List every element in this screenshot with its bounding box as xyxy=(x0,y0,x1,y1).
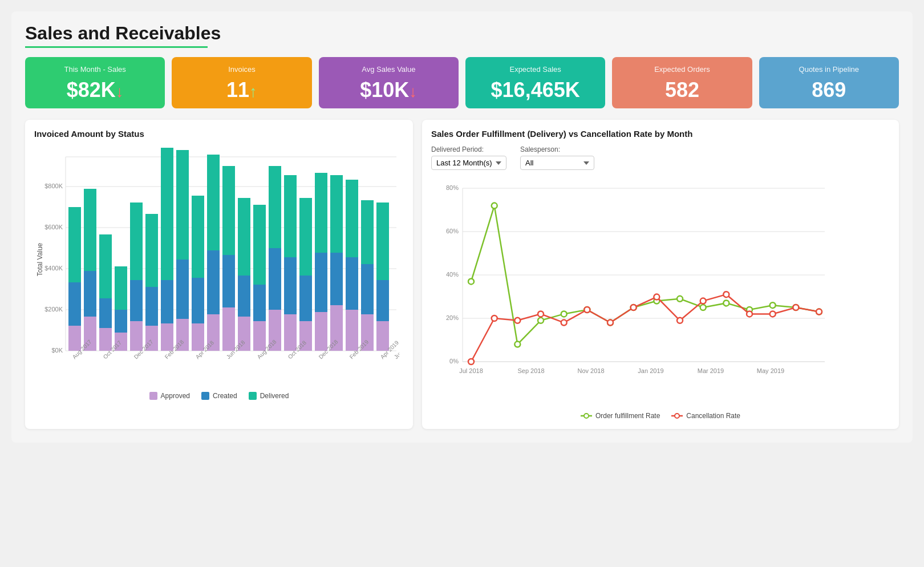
svg-rect-32 xyxy=(161,280,173,323)
svg-rect-39 xyxy=(192,196,204,278)
svg-point-130 xyxy=(654,294,659,300)
svg-point-128 xyxy=(607,320,613,326)
svg-text:$800K: $800K xyxy=(44,183,63,189)
svg-rect-68 xyxy=(346,257,358,310)
kpi-this-month-sales[interactable]: This Month - Sales $82K↓ xyxy=(25,57,165,108)
svg-rect-73 xyxy=(376,321,389,351)
svg-rect-47 xyxy=(238,276,250,317)
svg-point-132 xyxy=(700,298,706,304)
legend-approved-color xyxy=(149,392,157,400)
svg-rect-14 xyxy=(68,282,81,326)
svg-rect-17 xyxy=(84,271,96,317)
salesperson-control: Salesperson: All John Smith Jane Doe xyxy=(520,145,594,170)
svg-rect-49 xyxy=(253,321,266,351)
svg-rect-25 xyxy=(130,321,143,351)
svg-point-126 xyxy=(561,320,567,326)
svg-rect-72 xyxy=(361,200,374,264)
svg-rect-65 xyxy=(330,253,343,305)
kpi-value: $82K↓ xyxy=(34,79,156,102)
kpi-value: 869 xyxy=(768,79,890,102)
svg-rect-60 xyxy=(299,198,312,276)
svg-rect-29 xyxy=(145,287,158,326)
svg-text:Jul 2018: Jul 2018 xyxy=(459,367,483,374)
svg-text:$0K: $0K xyxy=(51,347,63,354)
svg-rect-37 xyxy=(192,323,204,351)
kpi-value: 582 xyxy=(621,79,743,102)
svg-rect-54 xyxy=(269,166,281,248)
svg-point-129 xyxy=(631,305,637,310)
svg-point-134 xyxy=(747,311,752,317)
trend-down-icon: ↓ xyxy=(116,83,124,100)
salesperson-label: Salesperson: xyxy=(520,145,594,153)
svg-rect-55 xyxy=(284,314,297,351)
svg-rect-21 xyxy=(99,234,112,298)
kpi-invoices[interactable]: Invoices 11↑ xyxy=(172,57,311,108)
svg-text:60%: 60% xyxy=(446,228,459,234)
svg-point-141 xyxy=(675,414,679,418)
svg-rect-53 xyxy=(269,248,281,310)
svg-point-127 xyxy=(584,307,590,313)
svg-text:Total Value: Total Value xyxy=(36,242,44,276)
svg-rect-41 xyxy=(207,250,220,314)
svg-rect-61 xyxy=(315,312,327,351)
trend-down-icon: ↓ xyxy=(409,83,417,100)
svg-rect-33 xyxy=(161,148,173,280)
svg-point-109 xyxy=(538,318,544,323)
period-select[interactable]: Last 12 Month(s) Last 6 Month(s) Last 3 … xyxy=(431,156,506,170)
svg-point-119 xyxy=(770,302,776,308)
legend-delivered-label: Delivered xyxy=(260,392,289,400)
svg-text:Jan 2019: Jan 2019 xyxy=(638,367,663,374)
svg-text:0%: 0% xyxy=(449,358,459,364)
svg-rect-15 xyxy=(68,207,81,282)
svg-point-131 xyxy=(677,318,683,323)
svg-rect-26 xyxy=(130,280,143,321)
svg-rect-63 xyxy=(315,173,327,253)
legend-cancellation-label: Cancellation Rate xyxy=(686,412,740,420)
svg-rect-69 xyxy=(346,180,358,257)
svg-rect-66 xyxy=(330,175,343,253)
trend-up-icon: ↑ xyxy=(249,83,257,100)
legend-cancellation: Cancellation Rate xyxy=(671,412,740,420)
kpi-label: Expected Sales xyxy=(475,65,596,74)
svg-rect-18 xyxy=(84,189,96,271)
svg-point-137 xyxy=(816,309,822,315)
svg-point-106 xyxy=(468,278,474,284)
kpi-label: Invoices xyxy=(181,65,302,74)
title-underline xyxy=(25,46,208,48)
kpi-expected-sales[interactable]: Expected Sales $16,465K xyxy=(465,57,605,108)
svg-rect-44 xyxy=(222,255,235,307)
svg-rect-27 xyxy=(130,202,143,280)
svg-point-135 xyxy=(770,311,776,317)
chart-controls: Delivered Period: Last 12 Month(s) Last … xyxy=(431,145,890,170)
svg-rect-51 xyxy=(253,205,266,285)
kpi-value: $16,465K xyxy=(475,79,596,102)
kpi-quotes-in-pipeline[interactable]: Quotes in Pipeline 869 xyxy=(759,57,899,108)
svg-rect-43 xyxy=(222,307,235,351)
svg-rect-48 xyxy=(238,198,250,276)
legend-approved: Approved xyxy=(149,392,190,400)
svg-point-133 xyxy=(723,291,729,297)
svg-rect-57 xyxy=(284,175,297,257)
svg-rect-35 xyxy=(176,260,189,319)
svg-point-116 xyxy=(700,305,706,310)
salesperson-select[interactable]: All John Smith Jane Doe xyxy=(520,156,594,170)
legend-fulfillment: Order fulfillment Rate xyxy=(581,412,660,420)
svg-point-110 xyxy=(561,311,567,317)
svg-text:Mar 2019: Mar 2019 xyxy=(698,367,724,374)
svg-text:$400K: $400K xyxy=(44,265,63,272)
svg-point-117 xyxy=(723,300,729,306)
svg-point-136 xyxy=(793,305,799,310)
svg-point-124 xyxy=(514,318,520,323)
svg-text:May 2019: May 2019 xyxy=(757,367,784,374)
svg-rect-23 xyxy=(115,310,127,333)
svg-rect-20 xyxy=(99,298,112,328)
bar-chart-panel: Invoiced Amount by Status $0K $200K $400… xyxy=(25,120,413,429)
svg-rect-67 xyxy=(346,310,358,351)
kpi-expected-orders[interactable]: Expected Orders 582 xyxy=(612,57,752,108)
svg-rect-36 xyxy=(176,150,189,260)
bar-chart-legend: Approved Created Delivered xyxy=(34,392,404,400)
kpi-value: $10K↓ xyxy=(328,79,449,102)
legend-delivered: Delivered xyxy=(249,392,289,400)
svg-text:$200K: $200K xyxy=(44,306,63,313)
kpi-avg-sales-value[interactable]: Avg Sales Value $10K↓ xyxy=(319,57,459,108)
